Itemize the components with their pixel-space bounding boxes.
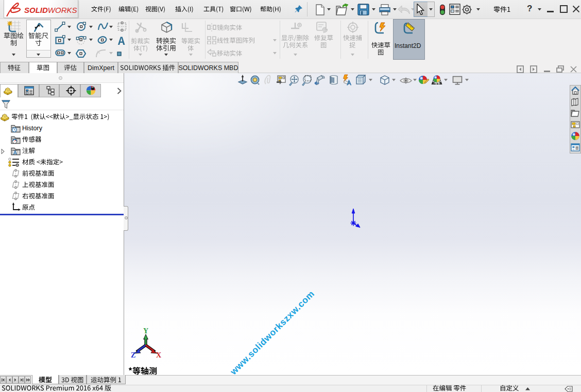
svg-text:Z: Z [131,351,135,359]
svg-text:X: X [156,351,161,359]
svg-text:Y: Y [143,327,148,335]
